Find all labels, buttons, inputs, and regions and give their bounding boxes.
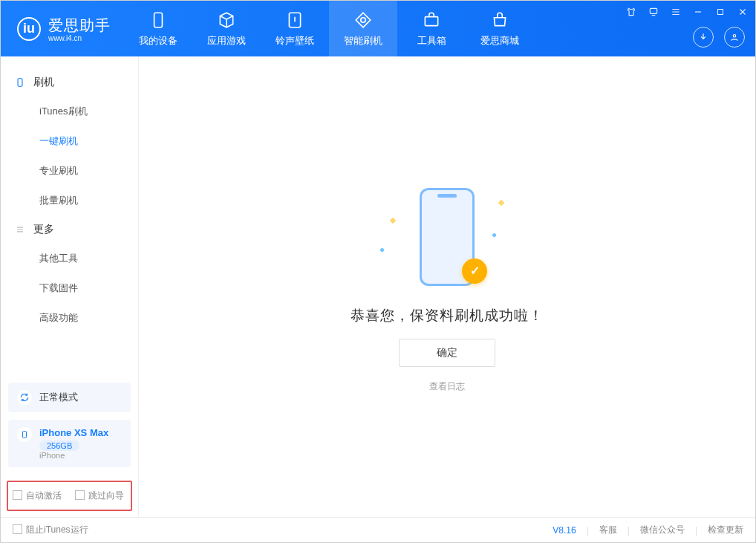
app-logo: iu 爱思助手 www.i4.cn xyxy=(1,16,124,42)
mode-card[interactable]: 正常模式 xyxy=(8,383,131,412)
device-capacity: 256GB xyxy=(39,440,79,451)
version-label: V8.16 xyxy=(553,525,576,536)
mode-label: 正常模式 xyxy=(39,391,78,404)
svg-point-5 xyxy=(733,35,736,38)
sidebar-group-flash: 刷机 xyxy=(1,68,138,97)
maximize-icon[interactable] xyxy=(714,5,727,19)
sidebar-group-more: 更多 xyxy=(1,215,138,244)
sidebar-item-pro-flash[interactable]: 专业刷机 xyxy=(1,156,138,186)
tab-apps-games[interactable]: 应用游戏 xyxy=(192,1,261,56)
svg-rect-3 xyxy=(650,8,656,13)
separator: | xyxy=(587,525,589,536)
cube-icon xyxy=(217,10,236,30)
tab-smart-flash[interactable]: 智能刷机 xyxy=(329,1,397,56)
tab-my-device[interactable]: 我的设备 xyxy=(124,1,192,56)
app-body: 刷机 iTunes刷机 一键刷机 专业刷机 批量刷机 更多 其他工具 下载固件 … xyxy=(1,56,755,517)
status-bar: 阻止iTunes运行 V8.16 | 客服 | 微信公众号 | 检查更新 xyxy=(1,517,755,542)
logo-icon: iu xyxy=(17,17,41,41)
sidebar-item-oneclick-flash[interactable]: 一键刷机 xyxy=(1,126,138,156)
main-content: ✓ 恭喜您，保资料刷机成功啦！ 确定 查看日志 xyxy=(139,56,755,517)
sidebar: 刷机 iTunes刷机 一键刷机 专业刷机 批量刷机 更多 其他工具 下载固件 … xyxy=(1,56,139,517)
flash-options: 自动激活 跳过向导 xyxy=(7,481,132,511)
footer-left: 阻止iTunes运行 xyxy=(13,524,88,536)
option-label: 自动激活 xyxy=(26,490,62,501)
skip-guide-checkbox[interactable]: 跳过向导 xyxy=(75,490,124,502)
device-name: iPhone XS Max xyxy=(39,427,108,438)
tab-store[interactable]: 爱思商城 xyxy=(466,1,534,56)
device-panel: 正常模式 iPhone XS Max 256GB iPhone xyxy=(1,375,138,475)
svg-rect-0 xyxy=(154,13,163,27)
svg-rect-7 xyxy=(23,432,27,438)
separator: | xyxy=(628,525,630,536)
success-message: 恭喜您，保资料刷机成功啦！ xyxy=(351,306,544,325)
main-tabs: 我的设备 应用游戏 铃声壁纸 智能刷机 工具箱 爱思商城 xyxy=(124,1,534,56)
device-info: iPhone XS Max 256GB iPhone xyxy=(39,427,108,460)
sidebar-item-other-tools[interactable]: 其他工具 xyxy=(1,244,138,273)
sidebar-item-itunes-flash[interactable]: iTunes刷机 xyxy=(1,97,138,126)
music-icon xyxy=(285,10,304,30)
refresh-icon xyxy=(353,10,373,30)
sidebar-item-download-firmware[interactable]: 下载固件 xyxy=(1,273,138,303)
tab-label: 智能刷机 xyxy=(344,34,382,48)
app-name-en: www.i4.cn xyxy=(48,34,111,42)
wechat-link[interactable]: 微信公众号 xyxy=(640,524,685,536)
stop-itunes-label: 阻止iTunes运行 xyxy=(26,524,88,535)
svg-rect-6 xyxy=(18,79,22,87)
checkbox-icon xyxy=(13,524,22,534)
view-log-link[interactable]: 查看日志 xyxy=(429,380,465,393)
app-name-cn: 爱思助手 xyxy=(48,16,111,36)
menu-icon[interactable] xyxy=(669,5,682,19)
tab-label: 应用游戏 xyxy=(207,34,246,48)
device-type: iPhone xyxy=(39,451,108,460)
sync-icon xyxy=(17,390,32,405)
minimize-icon[interactable] xyxy=(691,5,705,19)
checkbox-icon xyxy=(13,490,22,500)
sidebar-item-advanced[interactable]: 高级功能 xyxy=(1,303,138,333)
feedback-icon[interactable] xyxy=(647,5,660,19)
sidebar-list: 刷机 iTunes刷机 一键刷机 专业刷机 批量刷机 更多 其他工具 下载固件 … xyxy=(1,56,138,375)
header-actions xyxy=(693,27,745,48)
group-label: 更多 xyxy=(33,223,54,236)
phone-small-icon xyxy=(17,427,32,442)
download-button[interactable] xyxy=(693,27,714,48)
checkmark-icon: ✓ xyxy=(462,259,487,284)
device-icon xyxy=(149,10,168,30)
sidebar-item-batch-flash[interactable]: 批量刷机 xyxy=(1,186,138,215)
user-button[interactable] xyxy=(724,27,745,48)
tab-label: 爱思商城 xyxy=(480,34,519,48)
tab-ringtone-wallpaper[interactable]: 铃声壁纸 xyxy=(261,1,329,56)
tab-label: 铃声壁纸 xyxy=(276,34,314,48)
footer-right: V8.16 | 客服 | 微信公众号 | 检查更新 xyxy=(553,524,743,536)
phone-icon xyxy=(14,77,26,88)
support-link[interactable]: 客服 xyxy=(599,524,617,536)
toolbox-icon xyxy=(422,10,441,30)
option-label: 跳过向导 xyxy=(88,490,124,501)
svg-rect-2 xyxy=(425,16,437,25)
check-update-link[interactable]: 检查更新 xyxy=(708,524,743,536)
separator: | xyxy=(695,525,697,536)
svg-rect-4 xyxy=(718,10,723,15)
tab-label: 我的设备 xyxy=(139,34,177,48)
device-card[interactable]: iPhone XS Max 256GB iPhone xyxy=(8,420,131,467)
success-illustration: ✓ xyxy=(373,181,521,293)
logo-text: 爱思助手 www.i4.cn xyxy=(48,16,111,42)
stop-itunes-checkbox[interactable]: 阻止iTunes运行 xyxy=(13,524,88,536)
checkbox-icon xyxy=(75,490,85,500)
list-icon xyxy=(14,224,26,235)
ok-button[interactable]: 确定 xyxy=(399,339,495,367)
window-controls xyxy=(625,5,749,19)
tab-label: 工具箱 xyxy=(417,34,446,48)
close-icon[interactable] xyxy=(736,5,749,19)
app-header: iu 爱思助手 www.i4.cn 我的设备 应用游戏 铃声壁纸 智能刷机 工具… xyxy=(1,1,755,56)
tab-toolbox[interactable]: 工具箱 xyxy=(397,1,466,56)
group-label: 刷机 xyxy=(33,76,54,89)
auto-activate-checkbox[interactable]: 自动激活 xyxy=(13,490,62,502)
store-icon xyxy=(490,10,509,30)
shirt-icon[interactable] xyxy=(625,5,638,19)
